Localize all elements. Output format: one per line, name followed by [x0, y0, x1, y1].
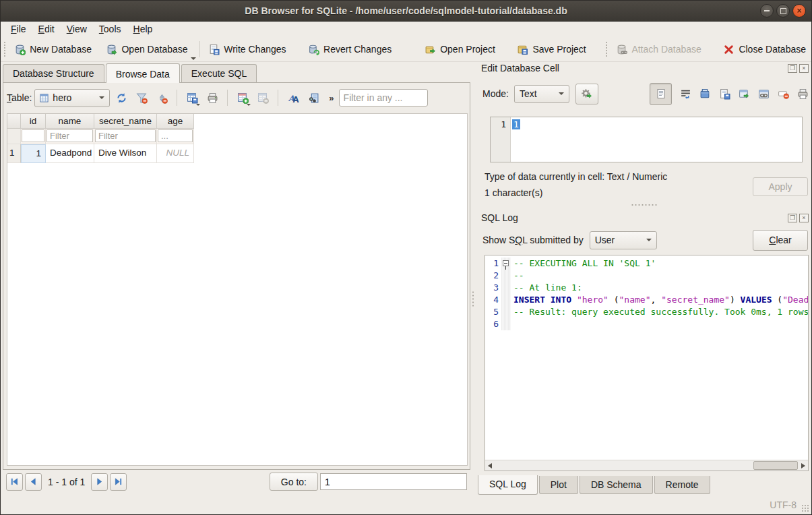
find-in-table-button[interactable]: [305, 89, 322, 107]
cell-editor[interactable]: 1 1: [490, 117, 803, 162]
column-header-name[interactable]: name: [46, 114, 94, 129]
minimize-icon: [764, 10, 770, 11]
filter-input-name[interactable]: [46, 129, 93, 142]
refresh-icon: [116, 92, 127, 104]
write-changes-button[interactable]: Write Changes: [203, 40, 291, 59]
import-data-button[interactable]: [699, 88, 711, 100]
apply-button[interactable]: Apply: [753, 177, 808, 196]
mode-select-value: Text: [520, 88, 537, 99]
cell-age[interactable]: NULL: [157, 144, 194, 163]
toolbar-drag-handle[interactable]: [3, 41, 6, 57]
word-wrap-icon[interactable]: [680, 88, 691, 100]
row-header[interactable]: 1: [7, 144, 21, 163]
tab-browse-data[interactable]: Browse Data: [106, 63, 180, 83]
refresh-button[interactable]: [113, 89, 130, 107]
float-panel-icon[interactable]: ❐: [788, 214, 797, 222]
column-header-id[interactable]: id: [21, 114, 46, 129]
revert-changes-button[interactable]: Revert Changes: [303, 40, 397, 59]
save-project-button[interactable]: Save Project: [511, 40, 591, 59]
export-data-icon[interactable]: [719, 88, 730, 100]
sql-source-select[interactable]: User: [590, 231, 657, 249]
delete-record-icon: [257, 92, 269, 104]
menu-file[interactable]: File: [5, 22, 32, 36]
main-tab-bar: Database Structure Browse Data Execute S…: [3, 63, 258, 82]
toolbar-drag-handle-2[interactable]: [605, 41, 608, 57]
browse-data-panel: Table: hero: [3, 82, 470, 470]
toolbar-overflow-button[interactable]: »: [329, 93, 334, 103]
scroll-left-icon[interactable]: [485, 461, 495, 470]
cell-editor-content[interactable]: 1: [512, 119, 520, 129]
menu-help[interactable]: Help: [127, 22, 159, 36]
scroll-right-icon[interactable]: [799, 461, 808, 470]
filter-input-secret-name[interactable]: [95, 129, 156, 142]
cell-secret-name[interactable]: Dive Wilson: [94, 144, 157, 163]
dock-splitter-handle[interactable]: [631, 204, 658, 206]
edit-display-format-button[interactable]: AA: [284, 89, 302, 107]
new-database-button[interactable]: New Database: [9, 40, 97, 59]
tab-remote[interactable]: Remote: [654, 476, 710, 494]
panel-splitter-handle[interactable]: [472, 291, 474, 308]
column-header-age[interactable]: age: [157, 114, 194, 129]
close-panel-icon[interactable]: ×: [799, 64, 809, 73]
open-project-button[interactable]: Open Project: [419, 40, 501, 59]
fold-collapse-icon[interactable]: [503, 260, 509, 266]
menu-view[interactable]: View: [61, 22, 93, 36]
tab-database-structure[interactable]: Database Structure: [3, 64, 104, 82]
cell-id[interactable]: 1: [21, 144, 46, 163]
insert-record-dropdown-icon: [247, 104, 251, 106]
filter-input-age[interactable]: [158, 129, 193, 142]
column-header-secret-name[interactable]: secret_name: [94, 114, 157, 129]
dock-tab-bar: SQL Log Plot DB Schema Remote: [478, 476, 712, 495]
open-database-button[interactable]: Open Database: [100, 40, 193, 59]
table-select[interactable]: hero: [34, 89, 110, 107]
close-button[interactable]: ×: [792, 4, 806, 18]
clear-filters-button[interactable]: [133, 89, 150, 107]
filter-corner: [7, 129, 21, 144]
tab-sql-log[interactable]: SQL Log: [478, 475, 538, 495]
print-cell-icon[interactable]: [797, 88, 809, 100]
clear-sorting-button[interactable]: [153, 89, 170, 107]
first-record-button[interactable]: [6, 473, 23, 491]
menu-tools[interactable]: Tools: [93, 22, 127, 36]
close-panel-icon[interactable]: ×: [799, 214, 809, 222]
resize-grip[interactable]: [801, 504, 809, 512]
set-null-icon[interactable]: [778, 88, 789, 100]
float-panel-icon[interactable]: ❐: [788, 64, 797, 73]
open-in-window-icon[interactable]: [739, 88, 750, 100]
last-record-icon: [114, 477, 123, 486]
sql-log-controls: Show SQL submitted by User Clear: [482, 230, 809, 250]
export-table-button[interactable]: [183, 89, 201, 107]
log-horizontal-scrollbar[interactable]: [485, 460, 808, 471]
previous-record-button[interactable]: [25, 473, 42, 491]
goto-button[interactable]: Go to:: [270, 473, 318, 491]
sql-log-view[interactable]: 1 -- EXECUTING ALL IN 'SQL 1' 2 -- 3 -- …: [485, 255, 809, 471]
text-mode-button[interactable]: [650, 83, 672, 105]
tab-execute-sql[interactable]: Execute SQL: [181, 64, 257, 82]
scrollbar-thumb[interactable]: [753, 461, 798, 470]
insert-record-button[interactable]: [234, 89, 251, 107]
link-icon[interactable]: [758, 88, 770, 100]
close-database-button[interactable]: Close Database: [718, 40, 811, 59]
auto-switch-mode-button[interactable]: [575, 84, 598, 104]
svg-text:A: A: [292, 94, 299, 103]
minimize-button[interactable]: [760, 4, 774, 18]
clear-sort-icon: [156, 92, 168, 104]
mode-select[interactable]: Text: [514, 85, 569, 103]
menu-edit[interactable]: Edit: [32, 22, 61, 36]
delete-record-button[interactable]: [254, 89, 272, 107]
filter-any-column-input[interactable]: [339, 89, 428, 107]
edit-cell-dock-titlebar: Edit Database Cell ❐ ×: [481, 63, 809, 73]
tab-db-schema[interactable]: DB Schema: [580, 476, 653, 494]
filter-input-id[interactable]: [22, 129, 44, 142]
title-bar[interactable]: DB Browser for SQLite - /home/user/code/…: [1, 1, 811, 22]
last-record-button[interactable]: [110, 473, 127, 491]
open-database-dropdown-icon[interactable]: [191, 57, 196, 60]
next-record-button[interactable]: [91, 473, 108, 491]
goto-record-input[interactable]: [320, 473, 467, 490]
maximize-button[interactable]: [776, 4, 790, 18]
clear-log-button[interactable]: Clear: [753, 230, 808, 251]
cell-name[interactable]: Deadpond: [46, 144, 94, 163]
table-select-value: hero: [53, 92, 71, 103]
print-table-button[interactable]: [204, 89, 221, 107]
tab-plot[interactable]: Plot: [539, 476, 578, 494]
